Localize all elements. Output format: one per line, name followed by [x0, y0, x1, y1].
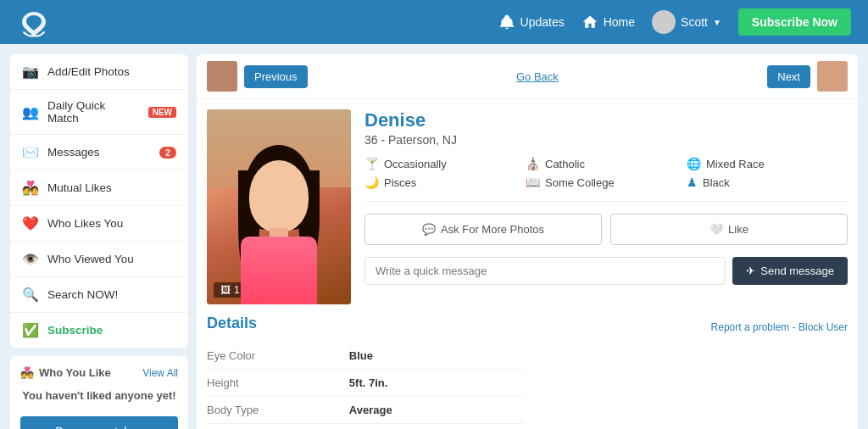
- report-block: Report a problem - Block User: [531, 315, 848, 424]
- eye-icon: 👁️: [22, 251, 39, 267]
- trait-zodiac-label: Pisces: [384, 176, 416, 189]
- trait-education-label: Some College: [545, 176, 615, 189]
- quick-message-input[interactable]: [364, 257, 726, 285]
- photo-icon: 🖼: [220, 284, 231, 296]
- body-type-value: Average: [349, 397, 523, 424]
- eye-color-label: Eye Color: [207, 343, 349, 370]
- content-area: Previous Go Back Next: [197, 54, 858, 429]
- book-icon: 📖: [526, 176, 540, 189]
- chevron-down-icon: ▼: [713, 18, 721, 27]
- profile-content: 🖼 1 Photo Denise 36 - Paterson, NJ 🍸 Occ…: [197, 99, 858, 315]
- next-nav-container: Next: [767, 61, 848, 92]
- sidebar-item-mutual-likes[interactable]: 💑 Mutual Likes: [10, 170, 188, 206]
- updates-label: Updates: [520, 15, 565, 29]
- subscribe-icon: ✅: [22, 322, 39, 338]
- who-you-like-header: 💑 Who You Like View All: [20, 366, 178, 379]
- profile-traits: 🍸 Occasionally ⛪ Catholic 🌐 Mixed Race 🌙…: [364, 157, 848, 202]
- mutual-likes-icon: 💑: [22, 180, 39, 196]
- photo-mockup: [207, 109, 351, 304]
- heart-outline-icon: 🤍: [709, 223, 723, 236]
- chat-icon: 💬: [422, 223, 436, 236]
- next-button[interactable]: Next: [767, 65, 810, 88]
- height-label: Height: [207, 370, 349, 397]
- who-you-like-box: 💑 Who You Like View All You haven't like…: [10, 356, 188, 429]
- home-label: Home: [604, 15, 635, 29]
- who-you-like-label: Who You Like: [39, 366, 111, 379]
- sidebar-label-who-viewed-you: Who Viewed You: [47, 253, 134, 265]
- sidebar-item-add-edit-photos[interactable]: 📷 Add/Edit Photos: [10, 54, 188, 90]
- next-thumbnail: [817, 61, 848, 92]
- sidebar-label-mutual-likes: Mutual Likes: [47, 181, 112, 194]
- table-row: Height 5ft. 7in.: [207, 370, 523, 397]
- trait-zodiac: 🌙 Pisces: [364, 176, 526, 189]
- empty-likes-text: You haven't liked anyone yet!: [20, 387, 178, 404]
- trait-drinking-label: Occasionally: [384, 158, 447, 170]
- main-layout: 📷 Add/Edit Photos 👥 Daily Quick Match NE…: [0, 44, 868, 429]
- sidebar-label-daily-quick-match: Daily Quick Match: [47, 99, 140, 125]
- sidebar-item-who-likes-you[interactable]: ❤️ Who Likes You: [10, 206, 188, 242]
- trait-hair-label: Black: [703, 176, 730, 189]
- app-logo: [17, 5, 51, 39]
- face-decoration: [249, 160, 309, 232]
- eye-color-value: Blue: [349, 343, 523, 370]
- details-table: Eye Color Blue Height 5ft. 7in. Body Typ…: [207, 343, 523, 424]
- sidebar-label-search-now: Search NOW!: [47, 288, 118, 301]
- prev-thumbnail: [207, 61, 237, 92]
- home-nav[interactable]: Home: [581, 14, 635, 31]
- profile-name: Denise: [364, 109, 848, 131]
- sidebar-item-who-viewed-you[interactable]: 👁️ Who Viewed You: [10, 242, 188, 277]
- trait-ethnicity-label: Mixed Race: [706, 158, 765, 170]
- user-name: Scott: [681, 15, 708, 29]
- profile-details: Denise 36 - Paterson, NJ 🍸 Occasionally …: [364, 109, 848, 304]
- message-row: ✈ Send message: [364, 257, 848, 285]
- send-icon: ✈: [746, 265, 755, 277]
- profile-nav: Previous Go Back Next: [197, 54, 858, 99]
- sidebar: 📷 Add/Edit Photos 👥 Daily Quick Match NE…: [10, 54, 188, 429]
- body-type-label: Body Type: [207, 397, 349, 424]
- hair-icon: ♟: [687, 176, 698, 189]
- table-row: Eye Color Blue: [207, 343, 523, 370]
- search-icon: 🔍: [22, 287, 39, 303]
- profile-photo: 🖼 1 Photo: [207, 109, 351, 304]
- details-title: Details: [207, 315, 523, 332]
- go-back-link[interactable]: Go Back: [516, 70, 559, 83]
- previous-button[interactable]: Previous: [244, 65, 308, 88]
- details-container: Details Eye Color Blue Height 5ft. 7in. …: [207, 315, 523, 424]
- sidebar-label-who-likes-you: Who Likes You: [47, 217, 123, 230]
- sidebar-item-subscribe[interactable]: ✅ Subscribe: [10, 313, 188, 348]
- sidebar-item-search-now[interactable]: 🔍 Search NOW!: [10, 277, 188, 313]
- updates-nav[interactable]: Updates: [498, 14, 565, 31]
- report-block-link[interactable]: Report a problem - Block User: [711, 321, 848, 333]
- profile-photo-container: 🖼 1 Photo: [207, 109, 351, 304]
- like-button[interactable]: 🤍 Like: [610, 214, 848, 245]
- people-icon: 💑: [20, 366, 34, 379]
- sidebar-label-subscribe: Subscribe: [47, 324, 103, 337]
- browse-matches-button[interactable]: Browse matches: [20, 416, 178, 430]
- messages-icon: ✉️: [22, 144, 39, 160]
- prev-nav-container: Previous: [207, 61, 308, 92]
- table-row: Body Type Average: [207, 397, 523, 424]
- church-icon: ⛪: [526, 157, 540, 170]
- globe-icon: 🌐: [687, 157, 701, 170]
- trait-religion-label: Catholic: [545, 158, 585, 170]
- sidebar-label-add-edit-photos: Add/Edit Photos: [47, 65, 130, 78]
- sidebar-item-messages[interactable]: ✉️ Messages 2: [10, 135, 188, 170]
- new-badge: NEW: [148, 107, 176, 118]
- camera-icon: 📷: [22, 64, 39, 80]
- trait-drinking: 🍸 Occasionally: [364, 157, 526, 170]
- trait-religion: ⛪ Catholic: [526, 157, 687, 170]
- ask-photos-button[interactable]: 💬 Ask For More Photos: [364, 214, 602, 245]
- sidebar-item-daily-quick-match[interactable]: 👥 Daily Quick Match NEW: [10, 90, 188, 135]
- trait-ethnicity: 🌐 Mixed Race: [687, 157, 848, 170]
- trait-hair: ♟ Black: [687, 176, 848, 189]
- profile-age-location: 36 - Paterson, NJ: [364, 133, 848, 147]
- drink-icon: 🍸: [364, 157, 379, 170]
- send-message-button[interactable]: ✈ Send message: [732, 257, 848, 285]
- trait-education: 📖 Some College: [526, 176, 687, 189]
- who-you-like-title: 💑 Who You Like: [20, 366, 111, 379]
- view-all-link[interactable]: View All: [142, 367, 178, 379]
- sidebar-label-messages: Messages: [47, 146, 100, 159]
- height-value: 5ft. 7in.: [349, 370, 523, 397]
- user-menu[interactable]: Scott ▼: [652, 10, 721, 34]
- subscribe-button[interactable]: Subscribe Now: [738, 8, 851, 36]
